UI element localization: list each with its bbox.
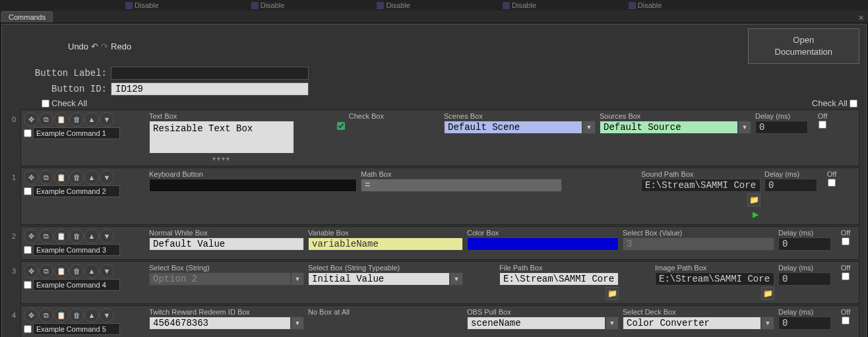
button-id-label: Button ID:	[9, 84, 111, 94]
down-icon[interactable]: ▼	[100, 229, 114, 243]
textbox-input[interactable]	[149, 121, 294, 154]
keyboard-input[interactable]	[149, 179, 357, 192]
command-row: 1 ✥ ⧉ 📋 🗑 ▲ ▼ Keyboard Button	[20, 168, 859, 225]
off-checkbox[interactable]	[842, 317, 850, 324]
move-icon[interactable]: ✥	[24, 264, 38, 278]
folder-icon[interactable]: 📁	[605, 287, 619, 300]
up-icon[interactable]: ▲	[84, 229, 99, 243]
open-documentation-button[interactable]: Open Documentation	[748, 28, 859, 64]
imagepath-input[interactable]	[655, 272, 774, 286]
delete-icon[interactable]: 🗑	[69, 308, 84, 322]
button-label-label: Button Label:	[9, 68, 111, 78]
resize-grip-icon[interactable]: ▾▾▾▾	[149, 155, 294, 162]
copy-icon[interactable]: ⧉	[39, 112, 53, 127]
row-checkbox[interactable]	[24, 246, 32, 254]
scenes-select[interactable]	[444, 121, 582, 134]
white-input[interactable]	[149, 237, 304, 251]
close-icon[interactable]: ✕	[854, 14, 868, 22]
command-row: 2 ✥ ⧉ 📋 🗑 ▲ ▼ Normal White Box	[20, 226, 859, 260]
commands-panel: Undo ↶ ↷ Redo Open Documentation Button …	[1, 24, 867, 337]
folder-icon[interactable]: 📁	[747, 193, 760, 206]
obs-pull-input[interactable]	[467, 317, 605, 330]
delay-input[interactable]	[778, 237, 831, 251]
copy-icon[interactable]: ⧉	[39, 308, 53, 322]
play-icon[interactable]: ▶	[750, 208, 760, 221]
sources-select[interactable]	[600, 121, 738, 134]
folder-icon[interactable]: 📁	[761, 287, 774, 300]
paste-icon[interactable]: 📋	[54, 229, 69, 243]
off-checkbox[interactable]	[842, 272, 850, 280]
paste-icon[interactable]: 📋	[54, 170, 69, 185]
delete-icon[interactable]: 🗑	[69, 112, 84, 127]
move-icon[interactable]: ✥	[24, 112, 38, 127]
command-row: 3 ✥ ⧉ 📋 🗑 ▲ ▼ Select Box (String)	[20, 261, 859, 304]
paste-icon[interactable]: 📋	[54, 112, 69, 127]
chevron-down-icon[interactable]: ▼	[291, 272, 304, 286]
command-name-input[interactable]	[33, 244, 120, 256]
copy-icon[interactable]: ⧉	[39, 229, 53, 243]
up-icon[interactable]: ▲	[84, 170, 99, 185]
down-icon[interactable]: ▼	[100, 308, 114, 322]
off-checkbox[interactable]	[819, 121, 826, 129]
off-checkbox[interactable]	[828, 179, 836, 187]
row-checkbox[interactable]	[24, 281, 32, 289]
twitch-reward-input[interactable]	[149, 317, 291, 330]
delay-input[interactable]	[778, 317, 831, 330]
off-checkbox[interactable]	[842, 237, 850, 245]
delete-icon[interactable]: 🗑	[69, 170, 84, 185]
variable-input[interactable]	[308, 237, 463, 251]
chevron-down-icon[interactable]: ▼	[738, 121, 751, 134]
undo-button[interactable]: Undo	[68, 42, 88, 51]
filepath-input[interactable]	[499, 272, 619, 286]
delay-input[interactable]	[764, 179, 817, 192]
delete-icon[interactable]: 🗑	[69, 229, 84, 243]
color-input[interactable]	[467, 237, 619, 251]
chevron-down-icon[interactable]: ▼	[605, 317, 619, 330]
button-id-input[interactable]	[111, 82, 309, 96]
chevron-down-icon[interactable]: ▼	[291, 317, 304, 330]
move-icon[interactable]: ✥	[24, 308, 38, 322]
redo-icon[interactable]: ↷	[101, 42, 108, 51]
command-name-input[interactable]	[33, 323, 120, 335]
tab-header: Commands ✕	[0, 11, 868, 22]
redo-button[interactable]: Redo	[111, 42, 131, 51]
chevron-down-icon[interactable]: ▼	[450, 272, 463, 286]
top-disable-bar: Disable Disable Disable Disable Disable	[0, 0, 868, 11]
select-deck-input[interactable]	[623, 317, 761, 330]
command-name-input[interactable]	[33, 185, 120, 197]
down-icon[interactable]: ▼	[100, 264, 114, 278]
chevron-down-icon[interactable]: ▼	[582, 121, 596, 134]
down-icon[interactable]: ▼	[100, 170, 114, 185]
command-name-input[interactable]	[33, 127, 120, 139]
checkbox-input[interactable]	[337, 122, 345, 130]
up-icon[interactable]: ▲	[84, 308, 99, 322]
button-label-input[interactable]	[111, 67, 309, 80]
delay-input[interactable]	[755, 121, 808, 134]
row-checkbox[interactable]	[24, 129, 32, 137]
copy-icon[interactable]: ⧉	[39, 264, 53, 278]
copy-icon[interactable]: ⧉	[39, 170, 53, 185]
undo-icon[interactable]: ↶	[91, 42, 98, 51]
paste-icon[interactable]: 📋	[54, 308, 69, 322]
chevron-down-icon[interactable]: ▼	[761, 317, 774, 330]
math-input[interactable]	[361, 179, 562, 192]
up-icon[interactable]: ▲	[84, 112, 99, 127]
select-string[interactable]	[149, 272, 291, 286]
tab-commands[interactable]: Commands	[1, 11, 53, 22]
check-all-right[interactable]	[850, 100, 857, 107]
paste-icon[interactable]: 📋	[54, 264, 69, 278]
command-name-input[interactable]	[33, 279, 120, 291]
delete-icon[interactable]: 🗑	[69, 264, 84, 278]
check-all-left[interactable]	[42, 100, 49, 107]
select-value-input[interactable]	[623, 237, 774, 251]
soundpath-input[interactable]	[641, 179, 760, 192]
up-icon[interactable]: ▲	[84, 264, 99, 278]
select-string-typeable[interactable]	[308, 272, 450, 286]
down-icon[interactable]: ▼	[100, 112, 114, 127]
delay-input[interactable]	[778, 272, 831, 286]
row-checkbox[interactable]	[24, 187, 32, 195]
move-icon[interactable]: ✥	[24, 170, 38, 185]
row-checkbox[interactable]	[24, 325, 32, 333]
command-row: 0 ✥ ⧉ 📋 🗑 ▲ ▼ Text Box	[20, 109, 859, 166]
move-icon[interactable]: ✥	[24, 229, 38, 243]
